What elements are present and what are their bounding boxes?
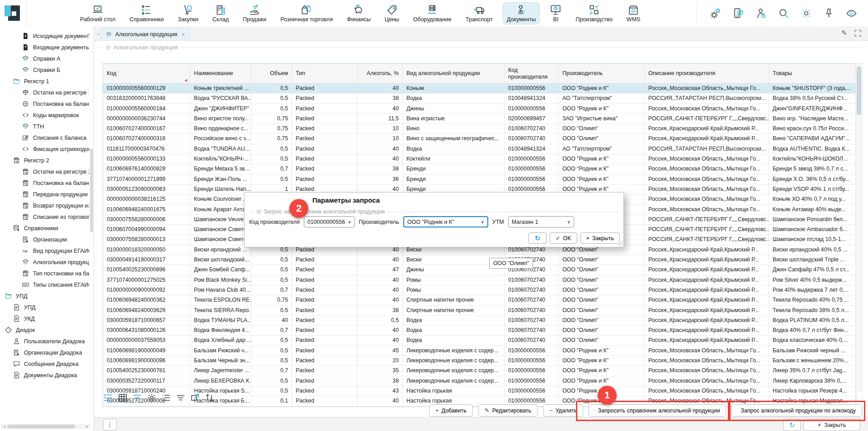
column-header[interactable]: Код производителя xyxy=(505,64,559,83)
table-row[interactable]: 0100540025230000781Ликер Jagermeister ..… xyxy=(103,366,856,376)
nav-item-bi-board[interactable]: BI xyxy=(546,2,566,24)
collapse-icon[interactable]: ⊖ xyxy=(106,44,111,51)
table-row[interactable]: 0100606976140000829Бренди Metaxa 5 зв...… xyxy=(103,164,856,174)
sort-icon[interactable] xyxy=(175,393,186,403)
nav-item-person-globe[interactable]: Документы xyxy=(503,2,540,24)
sidebar-item[interactable]: Типы списания ЕГАИС xyxy=(0,279,89,290)
nav-item-server[interactable]: Оборудование xyxy=(409,2,456,24)
fullscreen-icon[interactable] xyxy=(854,29,862,37)
table-row[interactable]: 0100606948240000362Текила ESPOLON RE...0… xyxy=(103,295,856,305)
table-row[interactable]: 0100540025230000896Джин Бомбей Сапф...0,… xyxy=(103,265,856,275)
column-header[interactable]: Наименование xyxy=(190,64,251,83)
filter-icon[interactable] xyxy=(132,393,142,403)
scrollbar-thumb[interactable] xyxy=(7,425,75,428)
edit-layout-icon[interactable]: ✎ xyxy=(841,29,849,37)
sidebar-item[interactable]: Исходящие документы xyxy=(0,30,89,42)
add-button[interactable]: +Добавить xyxy=(429,404,473,417)
table-row[interactable]: 0100606948240003629Текила SIERRA Repo...… xyxy=(103,306,856,316)
table-row[interactable]: 0031632000001763848Водка "РУССКАЯ ВА...0… xyxy=(103,94,856,104)
table-row[interactable]: 0000000000037559053Водка Хлебный дар ...… xyxy=(103,336,856,346)
table-row[interactable]: 0100000005560000184Джин "ДЖИНФИТЕР"0,5Pa… xyxy=(103,104,856,114)
table-row[interactable]: 0000000000036230744Вино игристое полу...… xyxy=(103,114,856,124)
theme-icon[interactable] xyxy=(801,8,812,19)
column-header[interactable]: Производитель xyxy=(559,64,645,83)
sidebar-item[interactable]: Остатки на регистре 2 xyxy=(0,166,89,177)
sidebar-item[interactable]: Справочники xyxy=(0,223,89,234)
notifications-icon[interactable] xyxy=(733,8,744,19)
table-row[interactable]: 0300006431080000126Водка Финляндия 4...0… xyxy=(103,326,856,336)
sidebar-item[interactable]: Остатки на регистре 1 xyxy=(0,87,89,98)
tab-close-icon[interactable]: × xyxy=(181,31,185,38)
sidebar-item[interactable]: Организации Диадока xyxy=(0,347,89,358)
sidebar-horizontal-scrollbar[interactable]: ◄ ► xyxy=(1,424,90,429)
column-header[interactable]: Объем xyxy=(251,64,292,83)
search-icon[interactable] xyxy=(778,8,789,19)
column-header[interactable]: Алкоголь, % xyxy=(358,64,403,83)
tab-alcohol-products[interactable]: Алкогольная продукция × xyxy=(100,28,190,40)
column-header[interactable]: Товары xyxy=(769,64,856,83)
sidebar-item[interactable]: Алкогольная продукция xyxy=(0,256,89,268)
sidebar-item[interactable]: Регистр 1 xyxy=(0,76,89,87)
sidebar-item[interactable]: Коды маркировок xyxy=(0,109,89,121)
sidebar-item[interactable]: Справки А xyxy=(0,53,89,64)
resize-grip[interactable] xyxy=(618,242,623,246)
sidebar-item[interactable]: Постановка на баланс xyxy=(0,98,89,109)
sidebar-item[interactable]: Входящие документы xyxy=(0,42,89,53)
nav-item-list[interactable]: Справочники xyxy=(125,2,168,24)
table-row[interactable]: 0100000000900000092Ром Havana Club 40...… xyxy=(103,285,856,295)
sidebar-item[interactable]: Справки Б xyxy=(0,64,89,76)
sidebar-item[interactable]: Сообщения Диадока xyxy=(0,358,89,369)
scroll-up-arrow[interactable]: ▲ xyxy=(87,32,91,36)
column-header[interactable]: Код xyxy=(103,64,190,83)
table-row[interactable]: 3771074000001275025Ром Black Monkey Si..… xyxy=(103,275,856,285)
column-header[interactable]: Описание производителя xyxy=(645,64,769,83)
scroll-right-arrow[interactable]: ► xyxy=(85,424,89,429)
nav-item-truck[interactable]: Транспорт xyxy=(462,2,497,24)
table-row[interactable]: 0300004914190000317Виски шотландский...0… xyxy=(103,255,856,265)
table-row[interactable]: 3771074000001271899Бренди Жан-Поль ...0,… xyxy=(103,175,856,185)
nav-item-production[interactable]: Производство xyxy=(571,2,617,24)
account-icon[interactable] xyxy=(755,8,767,19)
collapse-icon[interactable]: ⊖ xyxy=(256,208,261,215)
table-settings-icon[interactable] xyxy=(146,393,157,403)
sidebar-vertical-scrollbar[interactable] xyxy=(90,148,93,232)
sidebar-item[interactable]: Возврат продукции из торг xyxy=(0,200,89,211)
sidebar-item[interactable]: Тип постановки на баланс xyxy=(0,268,89,279)
dialog-ok-button[interactable]: ✓OK xyxy=(550,232,577,244)
sidebar-item[interactable]: Регистр 2 xyxy=(0,155,89,166)
view-table-icon[interactable] xyxy=(118,393,128,403)
table-row[interactable]: 0100000005560000129Коньяк трехлетний ...… xyxy=(103,84,856,94)
sidebar-item[interactable]: Организации xyxy=(0,234,89,245)
sidebar-item[interactable]: Диадок xyxy=(0,324,89,336)
producer-code-select[interactable]: 010000000556∨ xyxy=(304,216,355,227)
nav-item-laptop[interactable]: Рабочий стол xyxy=(76,2,119,24)
table-row[interactable]: 0116117000003470476Водка "TUNDRA AU...0,… xyxy=(103,144,856,154)
pin-icon[interactable] xyxy=(823,8,835,19)
sidebar-item[interactable]: УПД xyxy=(0,302,89,313)
list-icon[interactable] xyxy=(161,393,171,403)
table-row[interactable]: 0100000005560000133Коктейль"КОНЬЯЧ-...0,… xyxy=(103,154,856,164)
sidebar-item[interactable]: ТТН xyxy=(0,121,89,132)
producer-select[interactable]: ООО "Родник и К"∨ xyxy=(403,216,488,227)
table-row[interactable]: 0100606981900000096Бальзам Черный зн...0… xyxy=(103,356,856,366)
sidebar-item[interactable]: УКД xyxy=(0,313,89,324)
sidebar-item[interactable]: Постановка на баланс в тор xyxy=(0,177,89,189)
column-header[interactable]: Тип xyxy=(292,64,358,83)
tab-scroll-arrow[interactable]: ▲ xyxy=(96,32,100,36)
sidebar-item[interactable]: Передача продукции в тор xyxy=(0,189,89,200)
utm-select[interactable]: Магазин 1∨ xyxy=(508,216,574,227)
dialog-close-button[interactable]: ×Закрыть xyxy=(580,232,620,244)
sidebar-item[interactable]: Документы Диадока xyxy=(0,369,89,381)
reload-icon[interactable] xyxy=(204,393,215,403)
column-header[interactable]: Вид алкогольной продукции xyxy=(403,64,505,83)
settings-icon[interactable] xyxy=(710,8,722,19)
nav-item-handcart[interactable]: Закупки xyxy=(174,2,203,24)
table-row[interactable]: 0300005918710000240Настойка горькая S...… xyxy=(103,386,856,396)
nav-item-wms-box[interactable]: WMS xyxy=(623,2,645,24)
more-options-button[interactable]: ⋮ xyxy=(103,419,117,431)
table-row[interactable]: 0300003527220000117Ликер БЕХЕРОВКА К...0… xyxy=(103,376,856,386)
table-row[interactable]: 0100606981900000049Бальзам Рижский ч...0… xyxy=(103,346,856,356)
nav-item-bags[interactable]: Розничная торговля xyxy=(276,2,337,24)
scrollbar-thumb[interactable] xyxy=(857,66,861,115)
edit-button[interactable]: ✎Редактировать xyxy=(478,404,538,417)
